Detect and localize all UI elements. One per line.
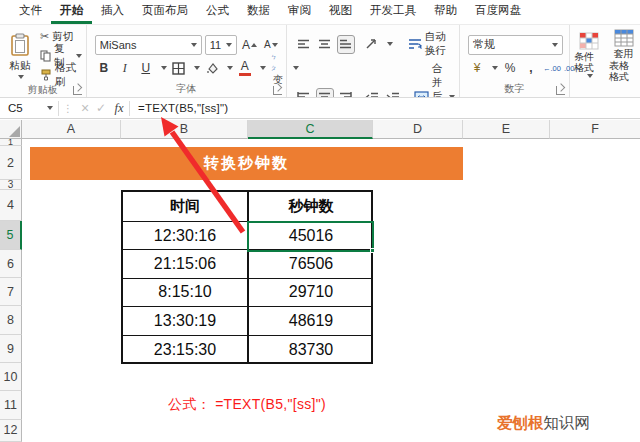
- font-color-button[interactable]: A: [236, 59, 254, 78]
- conditional-formatting-caret-icon: [587, 74, 593, 78]
- fill-color-button[interactable]: [203, 59, 221, 78]
- fill-color-caret-icon[interactable]: [227, 66, 233, 70]
- row-header-2[interactable]: 2: [0, 146, 22, 180]
- title-banner[interactable]: 转换秒钟数: [30, 147, 463, 180]
- cell-b8[interactable]: 13:30:19: [123, 307, 249, 335]
- font-color-caret-icon[interactable]: [260, 66, 266, 70]
- bold-button[interactable]: B: [95, 59, 113, 78]
- select-all-corner[interactable]: [0, 120, 22, 139]
- format-as-table-button[interactable]: 套用 表格格式: [609, 28, 638, 82]
- wrap-text-button[interactable]: 自动换行: [408, 30, 455, 58]
- cell-b5[interactable]: 12:30:16: [123, 222, 249, 250]
- align-left-button[interactable]: [295, 88, 313, 99]
- font-dialog-launcher-icon[interactable]: [273, 86, 282, 95]
- insert-function-icon[interactable]: fx: [109, 101, 129, 116]
- phonetic-guide-icon: ㄅㄆ 变: [271, 52, 285, 85]
- column-header-c[interactable]: C: [248, 120, 373, 139]
- copy-caret-icon: [76, 54, 82, 58]
- cancel-icon[interactable]: ×: [77, 100, 93, 116]
- cell-c8[interactable]: 48619: [249, 307, 373, 335]
- underline-caret-icon[interactable]: [161, 66, 167, 70]
- column-header-a[interactable]: A: [22, 120, 121, 139]
- table-header-time[interactable]: 时间: [123, 192, 249, 222]
- row-header-9[interactable]: 9: [0, 335, 22, 363]
- shrink-font-icon: A: [264, 39, 271, 50]
- align-middle-button[interactable]: [316, 35, 334, 54]
- row-header-6[interactable]: 6: [0, 250, 22, 278]
- align-bottom-button[interactable]: [337, 35, 355, 54]
- formula-bar-grip-icon[interactable]: ⋮: [59, 103, 77, 114]
- number-group-label: 数字: [505, 83, 525, 94]
- menu-formulas[interactable]: 公式: [197, 0, 238, 24]
- table-header-seconds[interactable]: 秒钟数: [249, 192, 373, 222]
- font-family-select[interactable]: MiSans: [95, 35, 202, 55]
- cell-c5[interactable]: 45016: [249, 222, 373, 250]
- cell-b9[interactable]: 23:15:30: [123, 336, 249, 364]
- decrease-indent-button[interactable]: [363, 88, 381, 99]
- clipboard-dialog-launcher-icon[interactable]: [73, 86, 82, 95]
- align-top-button[interactable]: [295, 35, 313, 54]
- italic-button[interactable]: I: [116, 59, 134, 78]
- row-header-8[interactable]: 8: [0, 306, 22, 335]
- column-header-e[interactable]: E: [463, 120, 550, 139]
- column-header-d[interactable]: D: [373, 120, 463, 139]
- paste-button[interactable]: 粘贴: [2, 28, 38, 83]
- formula-input[interactable]: =TEXT(B5,"[ss]"): [130, 102, 228, 114]
- align-right-button[interactable]: [337, 88, 355, 99]
- increase-decimal-button[interactable]: ←.00: [543, 59, 561, 78]
- menu-data[interactable]: 数据: [238, 0, 279, 24]
- menu-view[interactable]: 视图: [320, 0, 361, 24]
- name-box-value: C5: [8, 102, 23, 114]
- cell-b6[interactable]: 21:15:06: [123, 250, 249, 278]
- number-format-select[interactable]: 常规: [468, 35, 563, 55]
- menu-file[interactable]: 文件: [10, 0, 51, 24]
- font-size-select[interactable]: 11: [205, 35, 238, 55]
- row-header-3[interactable]: 3: [0, 180, 22, 190]
- format-painter-button[interactable]: 格式刷: [38, 66, 84, 83]
- menu-developer[interactable]: 开发工具: [361, 0, 425, 24]
- column-header-f[interactable]: F: [550, 120, 640, 139]
- conditional-formatting-icon: [579, 32, 599, 50]
- menu-help[interactable]: 帮助: [425, 0, 466, 24]
- menu-insert[interactable]: 插入: [92, 0, 133, 24]
- number-dialog-launcher-icon[interactable]: [556, 86, 565, 95]
- font-size-caret-icon: [226, 43, 232, 47]
- increase-indent-button[interactable]: [384, 88, 402, 99]
- menu-page-layout[interactable]: 页面布局: [133, 0, 197, 24]
- row-header-7[interactable]: 7: [0, 278, 22, 306]
- confirm-icon[interactable]: ✓: [93, 101, 109, 115]
- comma-style-button[interactable]: ,: [522, 59, 540, 78]
- accounting-format-button[interactable]: ¥: [468, 59, 486, 78]
- cell-c9[interactable]: 83730: [249, 336, 373, 364]
- cell-c7[interactable]: 29710: [249, 279, 373, 307]
- phonetic-guide-button[interactable]: ㄅㄆ 变: [269, 59, 287, 78]
- data-table: 时间 秒钟数 12:30:16 45016 21:15:06 76506 8:1…: [121, 190, 373, 364]
- menu-review[interactable]: 审阅: [279, 0, 320, 24]
- menu-home[interactable]: 开始: [51, 0, 92, 24]
- column-header-b[interactable]: B: [121, 120, 248, 139]
- conditional-formatting-button[interactable]: 条件格式: [574, 28, 603, 82]
- orientation-button[interactable]: [363, 35, 381, 54]
- row-header-1[interactable]: 1: [0, 139, 22, 146]
- merge-center-button[interactable]: 合并后居中: [414, 62, 455, 98]
- cell-c6[interactable]: 76506: [249, 250, 373, 278]
- accounting-caret-icon[interactable]: [492, 66, 498, 70]
- worksheet: A B C D E F 1 2 3 4 5 6 7 8 9 10 11 12 转…: [0, 120, 640, 442]
- underline-button[interactable]: U: [137, 59, 155, 78]
- orientation-caret-icon[interactable]: [387, 42, 393, 46]
- row-header-5[interactable]: 5: [0, 221, 22, 250]
- row-header-11[interactable]: 11: [0, 391, 22, 420]
- row-header-12[interactable]: 12: [0, 420, 22, 442]
- menu-baidu-netdisk[interactable]: 百度网盘: [466, 0, 530, 24]
- clipboard-group-footer: 剪贴板: [2, 83, 84, 97]
- row-header-4[interactable]: 4: [0, 190, 22, 221]
- row-header-10[interactable]: 10: [0, 363, 22, 391]
- formula-bar: C5 ⋮ × ✓ fx =TEXT(B5,"[ss]"): [0, 98, 640, 119]
- cell-b7[interactable]: 8:15:10: [123, 279, 249, 307]
- percent-style-button[interactable]: %: [501, 59, 519, 78]
- align-center-button[interactable]: [316, 88, 334, 99]
- grow-font-button[interactable]: A: [240, 35, 258, 54]
- borders-button[interactable]: [170, 59, 188, 78]
- borders-caret-icon[interactable]: [194, 66, 200, 70]
- name-box[interactable]: C5: [0, 100, 58, 117]
